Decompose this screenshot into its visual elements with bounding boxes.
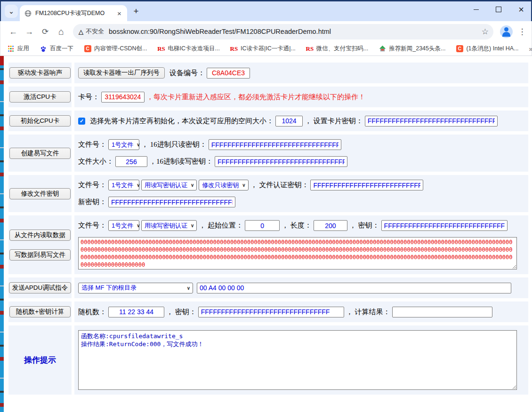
bookmark-elevator-ic[interactable]: 电梯IC卡改造项目... xyxy=(158,45,220,53)
tab-close-icon[interactable] xyxy=(115,9,123,17)
tab-search-button[interactable] xyxy=(5,5,18,18)
card-key-label: ， 设置卡片密钥： xyxy=(305,117,363,126)
read-file-data-button[interactable]: 从文件内读取数据 xyxy=(9,230,71,241)
bookmark-baidu[interactable]: 百度一下 xyxy=(40,45,73,53)
bookmark-apps[interactable]: 应用 xyxy=(7,45,29,53)
bookmark-csdn[interactable]: 内容管理-CSDN创... xyxy=(84,45,147,53)
bookmark-intel-ha[interactable]: (1条消息) Intel HA... xyxy=(456,45,518,53)
maximize-icon[interactable] xyxy=(493,4,504,15)
row-read-write: 从文件内读取数据 写数据到易写文件 文件号： 1号文件 用读写密钥认证 ， 起始… xyxy=(8,215,528,274)
readwrite-key-input[interactable] xyxy=(215,156,347,167)
file-size-input[interactable] xyxy=(115,156,147,167)
csdn-icon xyxy=(456,45,463,53)
operation-log-textarea[interactable] xyxy=(78,330,517,390)
modify-file-key-button[interactable]: 修改文件密钥 xyxy=(9,188,71,199)
write-file-data-button[interactable]: 写数据到易写文件 xyxy=(9,249,71,261)
clear-before-init-checkbox[interactable] xyxy=(78,118,85,125)
device-id-input[interactable] xyxy=(207,68,250,79)
start-pos-label: ， 起始位置： xyxy=(199,221,243,230)
card-number-label: 卡号： xyxy=(78,93,99,102)
calc-key-label: ， 密钥： xyxy=(166,308,196,317)
length-label: ， 长度： xyxy=(282,221,312,230)
row-init: 初始化CPU卡 选择先将卡片清空再初始化，本次设定可应用的空间大小： ， 设置卡… xyxy=(8,111,528,131)
window-controls xyxy=(471,4,526,15)
random-number-input[interactable] xyxy=(108,307,164,317)
card-number-input[interactable] xyxy=(101,92,145,103)
tab-strip: FM1208CPU卡读写DEMO xyxy=(0,1,532,21)
random-number-label: 随机数： xyxy=(78,308,106,317)
forward-icon[interactable] xyxy=(22,24,36,39)
activate-warning-text: ，每次卡片重新进入感应区，都必须先激活卡片才能继续以下的操作！ xyxy=(146,93,365,102)
rw-key-input[interactable] xyxy=(381,220,508,231)
url-text[interactable]: bossknow.cn:90/RongShiWebReaderTest/FM12… xyxy=(109,28,478,35)
bookmark-wechat-pay[interactable]: 微信、支付宝扫码... xyxy=(306,45,368,53)
page-content: 驱动发卡器响声 读取发卡器唯一出厂序列号 设备编号： 激活CPU卡 卡号： ，每… xyxy=(0,56,532,412)
new-key-input[interactable] xyxy=(108,197,235,207)
row-key-calc: 随机数+密钥计算 随机数： ， 密钥： ， 计算结果： xyxy=(8,301,528,322)
tab-title: FM1208CPU卡读写DEMO xyxy=(35,9,112,17)
security-label: 不安全 xyxy=(86,27,104,36)
browser-menu-icon[interactable] xyxy=(516,25,528,38)
modify-file-number-select[interactable]: 1号文件 xyxy=(108,180,139,190)
address-bar[interactable]: 不安全 bossknow.cn:90/RongShiWebReaderTest/… xyxy=(73,24,493,40)
calc-key-input[interactable] xyxy=(198,307,344,317)
file-data-textarea[interactable] xyxy=(78,237,517,269)
init-size-label: 选择先将卡片清空再初始化，本次设定可应用的空间大小： xyxy=(90,117,274,126)
bookmark-star-icon[interactable] xyxy=(482,27,489,37)
new-key-label: 新密钥： xyxy=(78,198,106,206)
close-icon[interactable] xyxy=(516,4,526,15)
space-size-input[interactable] xyxy=(275,116,303,127)
file-number-select[interactable]: 1号文件 xyxy=(108,139,139,150)
bookmark-ic-reader[interactable]: IC读卡器|IC一卡通|... xyxy=(230,45,296,53)
row-reader: 驱动发卡器响声 读取发卡器唯一出厂序列号 设备编号： xyxy=(8,63,528,83)
bookmarks-overflow-icon[interactable] xyxy=(529,45,532,53)
read-serial-button[interactable]: 读取发卡器唯一出厂序列号 xyxy=(78,67,165,79)
device-id-label: 设备编号： xyxy=(169,69,205,78)
file-size-label: 文件大小： xyxy=(78,157,113,166)
bookmarks-bar: 应用 百度一下 内容管理-CSDN创... 电梯IC卡改造项目... IC读卡器… xyxy=(0,42,532,55)
random-key-calc-button[interactable]: 随机数+密钥计算 xyxy=(9,306,71,317)
beep-reader-button[interactable]: 驱动发卡器响声 xyxy=(9,67,71,79)
rs-icon xyxy=(230,45,238,53)
baidu-paw-icon xyxy=(40,45,47,53)
file-auth-key-label: ， 文件认证密钥： xyxy=(250,181,309,190)
init-cpu-card-button[interactable]: 初始化CPU卡 xyxy=(9,115,71,127)
apdu-command-select[interactable]: 选择 MF 下的根目录 xyxy=(78,283,193,293)
new-tab-button[interactable] xyxy=(130,5,142,17)
reload-icon[interactable] xyxy=(38,24,52,39)
bookmark-2345-news[interactable]: 推荐新闻_2345头条... xyxy=(379,45,445,53)
row-apdu: 发送APDU调试指令 选择 MF 下的根目录 xyxy=(8,277,528,298)
warning-icon xyxy=(79,28,83,35)
page-left-banner xyxy=(0,56,4,412)
send-apdu-button[interactable]: 发送APDU调试指令 xyxy=(9,282,71,293)
create-file-button[interactable]: 创建易写文件 xyxy=(9,148,71,159)
modify-target-key-select[interactable]: 修改只读密钥 xyxy=(199,180,248,190)
calc-result-input[interactable] xyxy=(392,307,492,317)
file-number-label: 文件号： xyxy=(78,181,106,190)
profile-avatar[interactable] xyxy=(500,25,513,38)
rw-auth-mode-select[interactable]: 用读写密钥认证 xyxy=(141,220,197,231)
file-number-label: 文件号： xyxy=(78,140,106,149)
activate-cpu-card-button[interactable]: 激活CPU卡 xyxy=(9,91,71,103)
apdu-command-input[interactable] xyxy=(197,283,511,293)
row-operation-log: 操作提示 xyxy=(8,325,528,395)
active-tab[interactable]: FM1208CPU卡读写DEMO xyxy=(20,5,127,21)
length-input[interactable] xyxy=(314,220,347,231)
row-create-file: 创建易写文件 文件号： 1号文件 ， 16进制只读密钥： 文件大小： ，16进制… xyxy=(8,135,528,172)
readonly-key-input[interactable] xyxy=(209,139,341,150)
start-pos-input[interactable] xyxy=(245,220,280,231)
csdn-icon xyxy=(84,45,91,53)
rs-icon xyxy=(158,45,165,53)
security-chip[interactable]: 不安全 xyxy=(79,27,104,36)
operation-log-title: 操作提示 xyxy=(24,355,56,365)
file-number-label: 文件号： xyxy=(78,221,106,230)
rw-key-label: ， 密钥： xyxy=(349,221,379,230)
home-icon[interactable] xyxy=(54,24,68,39)
modify-auth-mode-select[interactable]: 用读写密钥认证 xyxy=(141,180,197,190)
card-key-input[interactable] xyxy=(365,116,498,127)
rw-file-number-select[interactable]: 1号文件 xyxy=(108,220,139,231)
back-icon[interactable] xyxy=(6,24,20,39)
minimize-icon[interactable] xyxy=(471,4,481,15)
file-auth-key-input[interactable] xyxy=(310,180,423,190)
readonly-key-label: ， 16进制只读密钥： xyxy=(141,140,207,149)
